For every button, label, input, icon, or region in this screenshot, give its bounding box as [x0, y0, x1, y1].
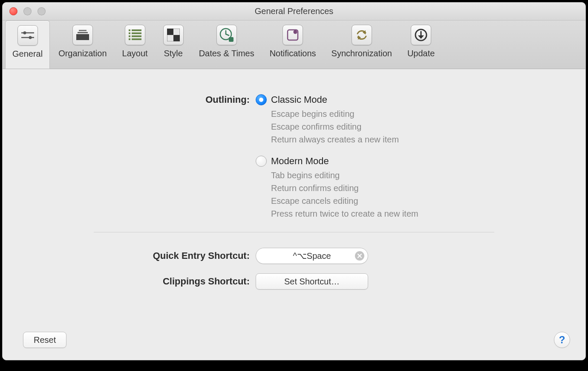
- x-icon: [357, 253, 362, 258]
- quick-entry-label: Quick Entry Shortcut:: [60, 249, 256, 263]
- svg-rect-9: [129, 32, 130, 34]
- help-icon: ?: [559, 334, 565, 346]
- svg-rect-16: [167, 29, 173, 35]
- tab-update[interactable]: Update: [401, 20, 442, 69]
- hint-text: Escape cancels editing: [271, 194, 528, 207]
- hint-text: Press return twice to create a new item: [271, 207, 528, 220]
- clear-shortcut-button[interactable]: [355, 251, 364, 261]
- outlining-label: Outlining:: [60, 93, 256, 107]
- svg-point-1: [23, 32, 26, 35]
- button-label: Set Shortcut…: [284, 277, 340, 287]
- hint-text: Return always creates a new item: [271, 133, 528, 146]
- zoom-window-button[interactable]: [37, 7, 46, 15]
- classic-hints: Escape begins editing Escape confirms ed…: [271, 107, 528, 146]
- hint-text: Escape confirms editing: [271, 120, 528, 133]
- svg-rect-6: [76, 34, 89, 40]
- tab-label: General: [12, 49, 43, 59]
- svg-rect-10: [132, 32, 141, 34]
- button-label: Reset: [34, 335, 56, 345]
- help-button[interactable]: ?: [554, 332, 570, 348]
- svg-marker-28: [418, 35, 424, 39]
- svg-point-23: [294, 30, 297, 34]
- svg-rect-12: [132, 35, 141, 37]
- svg-rect-8: [132, 29, 141, 31]
- tab-label: Notifications: [270, 49, 316, 58]
- radio-icon: [256, 156, 267, 167]
- hint-text: Escape begins editing: [271, 107, 528, 120]
- preferences-window: General Preferences General: [2, 2, 586, 360]
- svg-rect-21: [229, 37, 233, 42]
- download-icon: [411, 25, 431, 45]
- close-window-button[interactable]: [9, 7, 17, 15]
- window-title: General Preferences: [3, 6, 585, 16]
- outlining-classic-radio[interactable]: Classic Mode: [256, 93, 528, 107]
- stack-icon: [72, 25, 93, 45]
- tab-label: Organization: [58, 49, 107, 58]
- tab-general[interactable]: General: [5, 20, 50, 69]
- clippings-label: Clippings Shortcut:: [60, 275, 256, 288]
- set-clippings-shortcut-button[interactable]: Set Shortcut…: [256, 273, 368, 290]
- tab-label: Dates & Times: [199, 49, 254, 58]
- svg-rect-5: [78, 32, 88, 33]
- quick-entry-shortcut-field[interactable]: ^⌥Space: [256, 248, 368, 264]
- form: Outlining: Classic Mode Escape begins ed…: [60, 93, 528, 290]
- tab-label: Layout: [122, 49, 148, 58]
- hint-text: Return confirms editing: [271, 182, 528, 194]
- svg-rect-4: [79, 30, 86, 31]
- shortcut-value: ^⌥Space: [293, 251, 331, 261]
- svg-line-20: [226, 34, 229, 35]
- tab-label: Update: [407, 49, 435, 58]
- tab-layout[interactable]: Layout: [115, 20, 155, 69]
- minimize-window-button[interactable]: [23, 7, 32, 15]
- modern-hints: Tab begins editing Return confirms editi…: [271, 169, 528, 220]
- tab-synchronization[interactable]: Synchronization: [325, 20, 399, 69]
- preferences-toolbar: General Organization: [3, 20, 585, 69]
- tab-organization[interactable]: Organization: [52, 20, 113, 69]
- list-icon: [125, 25, 145, 45]
- traffic-lights: [9, 3, 46, 20]
- tab-dates-times[interactable]: Dates & Times: [192, 20, 261, 69]
- general-pane: Outlining: Classic Mode Escape begins ed…: [3, 69, 585, 360]
- notification-icon: [282, 25, 303, 45]
- svg-rect-11: [129, 35, 130, 37]
- tab-label: Style: [164, 49, 182, 58]
- titlebar: General Preferences: [3, 3, 585, 20]
- checkerboard-icon: [163, 25, 184, 45]
- tab-notifications[interactable]: Notifications: [263, 20, 323, 69]
- reset-button[interactable]: Reset: [23, 332, 66, 348]
- tab-label: Synchronization: [331, 49, 392, 58]
- svg-rect-14: [132, 38, 141, 40]
- sliders-icon: [17, 25, 38, 46]
- svg-rect-7: [129, 29, 130, 31]
- outlining-modern-radio[interactable]: Modern Mode: [256, 154, 528, 168]
- svg-point-3: [29, 36, 32, 39]
- hint-text: Tab begins editing: [271, 169, 528, 182]
- svg-rect-17: [173, 35, 180, 41]
- tab-style[interactable]: Style: [156, 20, 190, 69]
- radio-icon: [256, 94, 267, 105]
- radio-label: Classic Mode: [271, 93, 327, 107]
- radio-label: Modern Mode: [271, 154, 329, 168]
- svg-rect-13: [129, 38, 130, 40]
- divider: [94, 232, 494, 232]
- clock-icon: [216, 25, 237, 45]
- sync-icon: [352, 25, 372, 45]
